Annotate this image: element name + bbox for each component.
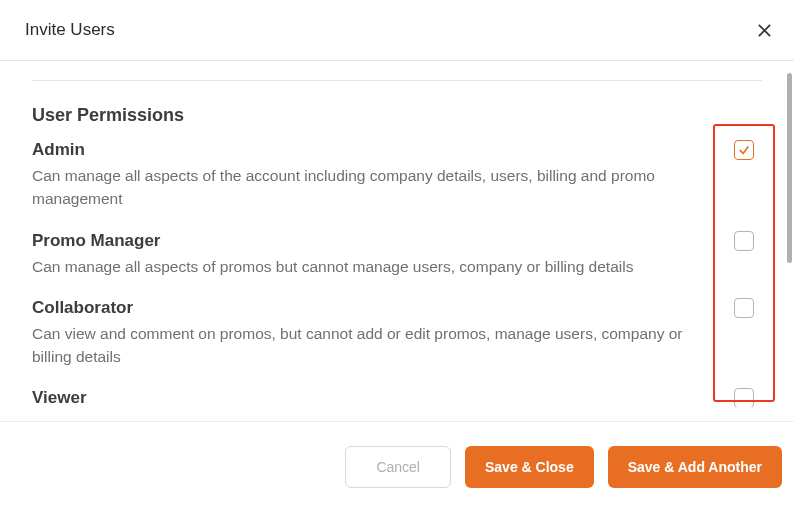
permission-checkbox-admin[interactable] bbox=[734, 140, 754, 160]
permission-row: Collaborator Can view and comment on pro… bbox=[32, 298, 762, 369]
scrollbar-thumb[interactable] bbox=[787, 73, 792, 263]
permission-description: Can manage all aspects of the account in… bbox=[32, 164, 697, 211]
permission-checkbox-promo-manager[interactable] bbox=[734, 231, 754, 251]
permission-name: Collaborator bbox=[32, 298, 697, 318]
permission-name: Admin bbox=[32, 140, 697, 160]
permission-description: Can manage all aspects of promos but can… bbox=[32, 255, 633, 278]
permission-row: Viewer Can only view promos but will not… bbox=[32, 388, 762, 407]
save-close-button[interactable]: Save & Close bbox=[465, 446, 594, 488]
close-button[interactable] bbox=[757, 23, 772, 38]
cancel-button[interactable]: Cancel bbox=[345, 446, 451, 488]
modal-title: Invite Users bbox=[25, 20, 115, 40]
modal-header: Invite Users bbox=[0, 0, 794, 61]
modal-content: User Permissions Admin Can manage all as… bbox=[0, 61, 794, 407]
modal-footer: Cancel Save & Close Save & Add Another bbox=[0, 421, 794, 508]
permission-description: Can view and comment on promos, but cann… bbox=[32, 322, 697, 369]
permission-name: Promo Manager bbox=[32, 231, 633, 251]
close-icon bbox=[757, 23, 772, 38]
section-title: User Permissions bbox=[32, 105, 762, 126]
permission-row: Admin Can manage all aspects of the acco… bbox=[32, 140, 762, 211]
save-add-another-button[interactable]: Save & Add Another bbox=[608, 446, 782, 488]
permission-checkbox-viewer[interactable] bbox=[734, 388, 754, 407]
permission-checkbox-collaborator[interactable] bbox=[734, 298, 754, 318]
permission-row: Promo Manager Can manage all aspects of … bbox=[32, 231, 762, 278]
permission-name: Viewer bbox=[32, 388, 359, 407]
chips-row-divider bbox=[32, 69, 762, 81]
